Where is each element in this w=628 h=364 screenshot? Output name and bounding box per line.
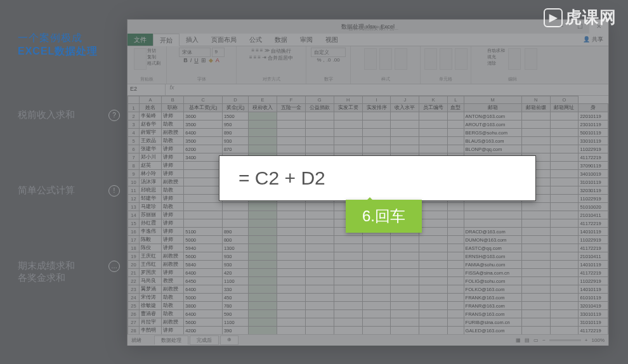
cell[interactable]: FRANR@163.com xyxy=(464,302,521,310)
cell[interactable] xyxy=(550,153,579,162)
cell[interactable] xyxy=(550,228,579,236)
cell[interactable]: 讲师 xyxy=(162,228,184,236)
row-header[interactable]: 25 xyxy=(128,302,140,310)
cell[interactable] xyxy=(277,112,306,120)
row-header[interactable]: 17 xyxy=(128,236,140,244)
cell[interactable]: 讲师 xyxy=(162,244,184,252)
sheet-tab-2[interactable]: 完成后 xyxy=(190,335,219,345)
cell[interactable]: 1500 xyxy=(222,112,248,120)
cell[interactable] xyxy=(550,244,579,252)
header-cell[interactable]: 五险一金 xyxy=(277,104,306,112)
cell[interactable] xyxy=(550,137,579,145)
cell[interactable]: DRACD@163.com xyxy=(464,228,521,236)
cell[interactable] xyxy=(305,236,334,244)
cell[interactable]: 11022919 xyxy=(579,145,608,153)
cell[interactable] xyxy=(362,120,391,129)
cell[interactable] xyxy=(222,211,248,219)
header-cell[interactable]: 基本工资(元) xyxy=(184,104,223,112)
cell[interactable]: FOLKO@163.com xyxy=(464,285,521,294)
cell[interactable] xyxy=(550,195,579,203)
cell[interactable] xyxy=(419,294,448,302)
col-header[interactable]: H xyxy=(334,96,362,104)
cell[interactable] xyxy=(249,129,277,137)
cell[interactable] xyxy=(184,170,223,178)
cell[interactable]: 肖拉宇 xyxy=(140,318,162,327)
cell[interactable] xyxy=(550,186,579,195)
cell[interactable] xyxy=(550,203,579,211)
cell[interactable]: 李逸伟 xyxy=(140,228,162,236)
cell[interactable] xyxy=(334,318,362,327)
cell[interactable] xyxy=(362,129,391,137)
row-header[interactable]: 24 xyxy=(128,294,140,302)
name-box[interactable]: E2 xyxy=(128,84,166,95)
cell[interactable]: EASTC@qq.com xyxy=(464,244,521,252)
cell[interactable] xyxy=(334,327,362,335)
cell[interactable] xyxy=(419,137,448,145)
zoom-out-icon[interactable]: − xyxy=(542,337,546,343)
view-break-icon[interactable]: ▭ xyxy=(533,337,539,343)
cell[interactable] xyxy=(550,219,579,228)
cell[interactable] xyxy=(464,219,521,228)
cell[interactable]: FURIB@sina.com.cn xyxy=(464,318,521,327)
cell[interactable] xyxy=(521,294,550,302)
cell[interactable]: 徐敏婕 xyxy=(140,302,162,310)
cell[interactable] xyxy=(305,211,334,219)
cell[interactable]: 李菊峰 xyxy=(140,112,162,120)
cell[interactable] xyxy=(521,219,550,228)
cell[interactable] xyxy=(362,302,391,310)
row-header[interactable]: 4 xyxy=(128,129,140,137)
cell[interactable] xyxy=(305,269,334,277)
cell[interactable] xyxy=(305,318,334,327)
cell[interactable] xyxy=(448,327,464,335)
cell[interactable] xyxy=(448,261,464,269)
header-cell[interactable]: 邮箱 xyxy=(464,104,521,112)
col-header[interactable]: M xyxy=(464,96,521,104)
tab-file[interactable]: 文件 xyxy=(128,34,153,46)
cell[interactable] xyxy=(448,285,464,294)
cell[interactable] xyxy=(249,302,277,310)
cell[interactable]: 21010411 xyxy=(579,211,608,219)
cell[interactable]: 孙红霞 xyxy=(140,219,162,228)
cell[interactable] xyxy=(550,310,579,318)
row-header[interactable]: 5 xyxy=(128,137,140,145)
cell[interactable] xyxy=(249,285,277,294)
find-icon[interactable] xyxy=(525,48,537,70)
cell[interactable]: 22010119 xyxy=(579,112,608,120)
cell[interactable]: 助教 xyxy=(162,203,184,211)
cell[interactable]: 罗国庆 xyxy=(140,269,162,277)
row-header[interactable]: 11 xyxy=(128,186,140,195)
cell[interactable] xyxy=(249,294,277,302)
cell[interactable]: 33010119 xyxy=(579,137,608,145)
cell[interactable] xyxy=(521,137,550,145)
cell[interactable] xyxy=(521,327,550,335)
cell[interactable] xyxy=(334,269,362,277)
cell[interactable]: 讲师 xyxy=(162,162,184,170)
underline-button[interactable]: U xyxy=(194,57,199,63)
cell[interactable]: 曹涵睿 xyxy=(140,310,162,318)
cell[interactable]: 苏丽丽 xyxy=(140,211,162,219)
cell[interactable]: 6400 xyxy=(184,310,223,318)
cell[interactable] xyxy=(305,228,334,236)
cell[interactable]: DUMON@163.com xyxy=(464,236,521,244)
cell[interactable]: 590 xyxy=(222,310,248,318)
cell[interactable] xyxy=(184,186,223,195)
cell[interactable] xyxy=(391,269,419,277)
cell[interactable]: 讲师 xyxy=(162,170,184,178)
cell[interactable]: 420 xyxy=(222,269,248,277)
cell[interactable] xyxy=(362,318,391,327)
col-header[interactable]: B xyxy=(162,96,184,104)
cell[interactable] xyxy=(521,112,550,120)
cell[interactable] xyxy=(334,261,362,269)
cell[interactable]: 3600 xyxy=(184,112,223,120)
view-page-icon[interactable]: ▤ xyxy=(525,337,530,343)
cell[interactable]: GALED@163.com xyxy=(464,327,521,335)
col-header[interactable]: F xyxy=(277,96,306,104)
col-header[interactable]: I xyxy=(362,96,391,104)
cell[interactable]: 37090119 xyxy=(579,162,608,170)
cell[interactable]: 5000 xyxy=(184,236,223,244)
cell[interactable] xyxy=(550,327,579,335)
cell[interactable]: 1300 xyxy=(222,244,248,252)
header-cell[interactable]: 员工编号 xyxy=(419,104,448,112)
header-cell[interactable]: 实发工资 xyxy=(334,104,362,112)
cell[interactable] xyxy=(419,285,448,294)
